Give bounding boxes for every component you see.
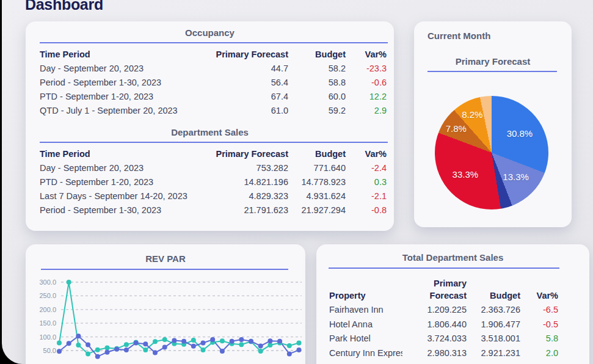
blue-series-data-point [67,341,71,346]
teal-series-data-point [124,342,129,347]
teal-series-data-point [153,339,158,344]
cell-budget: 771.640 [288,161,346,175]
y-axis-tick-label: 50.0 [43,347,56,354]
revpar-line-chart: 300.0250.0200.0150.0100.050.0 [34,272,305,364]
cell-time-period: PTD - September 1-20, 2023 [40,175,198,189]
cell-forecast: 44.7 [198,62,288,76]
blue-series-data-point [239,337,244,342]
blue-series-data-point [76,333,81,338]
revpar-title: REV PAR [26,253,305,264]
cell-forecast: 21.791.623 [198,203,288,217]
revpar-card: REV PAR 300.0250.0200.0150.0100.050.0 [26,244,305,364]
column-header-var: Var% [346,147,387,161]
teal-series-data-point [143,348,148,352]
column-header-budget: Budget [288,147,346,161]
column-header-budget: Budget [467,277,520,303]
cell-budget: 21.927.294 [288,203,346,217]
cell-budget: 4.931.624 [288,189,346,203]
teal-series-data-point [191,338,196,343]
total-department-sales-title: Total Department Sales [316,244,589,263]
table-row: Last 7 Days - September 14-20, 2023 4.82… [40,189,387,203]
column-header-var: Var% [520,277,558,303]
blue-series-data-point [57,349,62,354]
blue-series-data-point [287,351,292,356]
cell-time-period: QTD - July 1 - September 20, 2023 [40,104,198,118]
cell-forecast: 56.4 [198,76,288,90]
cell-time-period: Day - September 20, 2023 [40,161,198,175]
pie-slice-label: 7.8% [446,123,467,133]
cell-time-period: PTD - September 1-20, 2023 [40,90,198,104]
department-sales-divider [40,142,388,143]
table-row: Period - September 1-30, 2023 21.791.623… [40,203,387,217]
column-header-var: Var% [346,48,387,62]
teal-series-data-point [239,342,244,347]
y-axis-tick-label: 200.0 [39,306,56,313]
table-row: QTD - July 1 - September 20, 2023 61.0 5… [40,104,387,118]
table-row: Day - September 20, 2023 753.282 771.640… [40,161,387,175]
revpar-divider [41,269,288,270]
blue-series-data-point [114,347,119,352]
column-header-primary-forecast: Primary Forecast [402,277,467,303]
occupancy-table: Time Period Primary Forecast Budget Var%… [40,48,387,118]
table-row: Period - September 1-30, 2023 56.4 58.8 … [40,76,387,90]
teal-series-data-point [287,343,292,348]
cell-forecast: 4.829.323 [198,189,288,203]
pie-slice-label: 13.3% [503,172,529,182]
cell-forecast: 1.209.225 [402,303,467,318]
table-row: Century Inn Express 2.980.313 2.921.231 … [329,346,558,361]
teal-series-data-point [201,348,206,352]
teal-series-data-point [105,346,110,351]
cell-var: 2.9 [346,104,387,118]
table-row: PTD - September 1-20, 2023 67.4 60.0 12.… [40,90,387,104]
total-department-sales-header-row: Property Primary Forecast Budget Var% [329,277,558,303]
cell-property: Century Inn Express [329,346,402,361]
blue-series-data-point [143,341,148,346]
blue-series-data-point [181,339,186,344]
blue-series-data-point [172,338,176,343]
blue-series-data-point [124,348,129,352]
cell-budget: 14.778.923 [288,175,346,189]
teal-series-data-point [297,340,302,345]
pie-slice-label: 8.2% [462,109,482,119]
column-header-budget: Budget [288,48,346,62]
occupancy-card: Occupancy Time Period Primary Forecast B… [26,21,394,231]
pie-slice-label: 30.8% [507,128,533,139]
cell-budget: 3.518.001 [467,332,520,346]
y-axis-tick-label: 300.0 [39,278,56,286]
cell-property: Hotel Anna [329,318,402,332]
cell-var: -0.8 [346,203,387,217]
cell-forecast: 61.0 [198,104,288,118]
blue-series-data-point [162,345,167,350]
teal-series-data-point [95,348,100,352]
total-department-sales-table: Property Primary Forecast Budget Var% Fa… [329,277,558,360]
cell-forecast: 14.821.196 [198,175,288,189]
cell-var: 0.3 [346,175,387,189]
cell-var: -0.6 [346,76,387,90]
cell-var: -2.1 [346,189,387,203]
cell-forecast: 67.4 [198,90,288,104]
cell-property: Park Hotel [329,332,402,346]
cell-forecast: 753.282 [198,161,288,175]
column-header-property: Property [329,277,402,303]
cell-budget: 1.906.477 [467,318,520,332]
blue-series-data-point [95,354,100,359]
blue-series-data-point [134,340,139,345]
pie-slice-label: 33.3% [453,169,479,180]
cell-time-period: Period - September 1-30, 2023 [40,203,198,217]
cell-var: 2.0 [520,346,558,361]
cell-var: 5.8 [520,332,558,346]
blue-series-data-point [85,343,90,348]
column-header-time-period: Time Period [40,48,198,62]
teal-series-data-point [67,280,71,285]
department-sales-table: Time Period Primary Forecast Budget Var%… [40,147,387,217]
teal-series-data-point [258,349,263,354]
department-sales-header-row: Time Period Primary Forecast Budget Var% [40,147,387,161]
cell-budget: 58.2 [288,62,346,76]
y-axis-tick-label: 100.0 [39,333,56,341]
y-axis-tick-label: 250.0 [39,292,56,299]
column-header-time-period: Time Period [40,147,198,161]
cell-forecast: 2.980.313 [402,346,467,361]
table-row: Day - September 20, 2023 44.7 58.2 -23.3 [40,62,387,76]
table-row: Park Hotel 3.724.033 3.518.001 5.8 [329,332,558,346]
cell-budget: 58.8 [288,76,346,90]
